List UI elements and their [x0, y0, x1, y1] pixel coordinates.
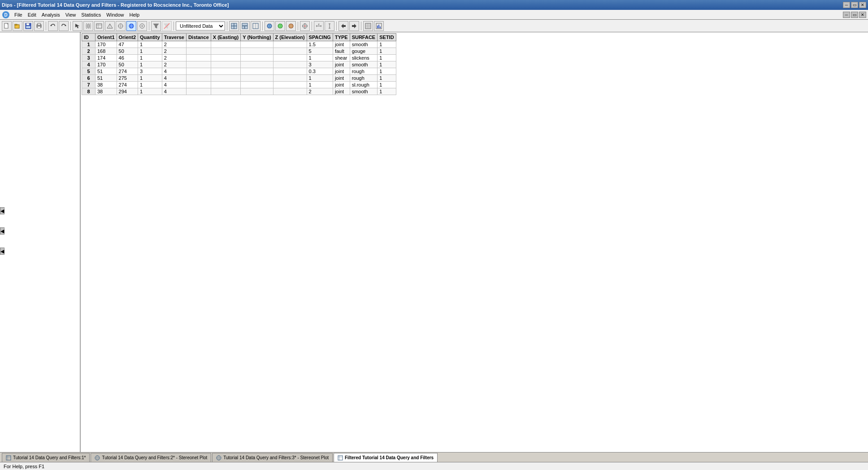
collapse-handle-1[interactable]: ◀	[0, 207, 4, 214]
table-row[interactable]: 417050123jointsmooth1	[82, 61, 396, 68]
table-row[interactable]: 651275141jointrough1	[82, 75, 396, 82]
target-button[interactable]	[300, 21, 310, 31]
table-cell-6-0[interactable]: 7	[82, 82, 95, 88]
table-cell-4-0[interactable]: 5	[82, 68, 95, 75]
table-cell-3-4[interactable]: 2	[162, 61, 186, 68]
tab-3[interactable]: Filtered Tutorial 14 Data Query and Filt…	[334, 453, 438, 462]
table-cell-5-5[interactable]	[186, 75, 211, 82]
col-header-distance[interactable]: Distance	[186, 34, 211, 41]
table-cell-1-0[interactable]: 2	[82, 48, 95, 55]
table-cell-2-1[interactable]: 174	[95, 55, 117, 61]
measure-button-2[interactable]	[325, 21, 334, 31]
table-cell-4-1[interactable]: 51	[95, 68, 117, 75]
undo-button[interactable]	[48, 21, 58, 31]
table-cell-7-3[interactable]: 1	[138, 88, 162, 95]
print-button[interactable]	[34, 21, 44, 31]
table-row[interactable]: 551274340.3jointrough1	[82, 68, 396, 75]
arrow-button-1[interactable]	[339, 21, 348, 31]
table-cell-0-11[interactable]: smooth	[350, 41, 378, 48]
table-cell-4-2[interactable]: 274	[117, 68, 138, 75]
table-row[interactable]: 317446121shearslickens1	[82, 55, 396, 61]
table-cell-0-8[interactable]	[273, 41, 307, 48]
layout-button[interactable]	[251, 21, 260, 31]
table-cell-7-11[interactable]: smooth	[350, 88, 378, 95]
table-cell-1-11[interactable]: gouge	[350, 48, 378, 55]
table-cell-0-0[interactable]: 1	[82, 41, 95, 48]
data-filter-dropdown[interactable]: Unfiltered Data	[176, 22, 225, 30]
tool-button-6[interactable]	[137, 21, 147, 31]
tab-1[interactable]: Tutorial 14 Data Query and Filters:2* - …	[91, 453, 211, 462]
table-cell-5-11[interactable]: rough	[350, 75, 378, 82]
grid-button[interactable]	[363, 21, 373, 31]
col-header-spacing[interactable]: SPACING	[307, 34, 333, 41]
open-button[interactable]	[13, 21, 22, 31]
table-cell-1-8[interactable]	[273, 48, 307, 55]
col-header-type[interactable]: TYPE	[333, 34, 350, 41]
table-cell-5-2[interactable]: 275	[117, 75, 138, 82]
table-cell-6-8[interactable]	[273, 82, 307, 88]
table-cell-7-10[interactable]: joint	[333, 88, 350, 95]
table-cell-6-10[interactable]: joint	[333, 82, 350, 88]
table-cell-0-12[interactable]: 1	[378, 41, 396, 48]
table-cell-1-9[interactable]: 5	[307, 48, 333, 55]
table-cell-3-11[interactable]: smooth	[350, 61, 378, 68]
table-cell-3-6[interactable]	[211, 61, 240, 68]
collapse-handle-3[interactable]: ◀	[0, 248, 4, 255]
table-row[interactable]: 216850125faultgouge1	[82, 48, 396, 55]
table-cell-1-4[interactable]: 2	[162, 48, 186, 55]
menu-window[interactable]: Window	[104, 11, 126, 18]
table-cell-7-6[interactable]	[211, 88, 240, 95]
table-cell-6-6[interactable]	[211, 82, 240, 88]
menu-edit[interactable]: Edit	[25, 11, 39, 18]
table-cell-0-1[interactable]: 170	[95, 41, 117, 48]
arrow-button-2[interactable]	[349, 21, 359, 31]
tool-button-3[interactable]	[105, 21, 115, 31]
tab-0[interactable]: Tutorial 14 Data Query and Filters:1*	[2, 453, 90, 462]
table-cell-7-8[interactable]	[273, 88, 307, 95]
inner-minimize-button[interactable]: ─	[843, 12, 850, 18]
table-cell-1-3[interactable]: 1	[138, 48, 162, 55]
table-cell-2-9[interactable]: 1	[307, 55, 333, 61]
table-cell-4-3[interactable]: 3	[138, 68, 162, 75]
table-cell-4-11[interactable]: rough	[350, 68, 378, 75]
stereonet-button-1[interactable]	[229, 21, 239, 31]
table-cell-3-10[interactable]: joint	[333, 61, 350, 68]
table-cell-4-7[interactable]	[241, 68, 273, 75]
table-cell-1-12[interactable]: 1	[378, 48, 396, 55]
table-cell-7-12[interactable]: 1	[378, 88, 396, 95]
table-cell-4-10[interactable]: joint	[333, 68, 350, 75]
table-cell-2-10[interactable]: shear	[333, 55, 350, 61]
table-cell-4-5[interactable]	[186, 68, 211, 75]
table-cell-5-3[interactable]: 1	[138, 75, 162, 82]
table-cell-1-5[interactable]	[186, 48, 211, 55]
table-cell-7-4[interactable]: 4	[162, 88, 186, 95]
table-cell-6-3[interactable]: 1	[138, 82, 162, 88]
table-cell-2-3[interactable]: 1	[138, 55, 162, 61]
table-cell-4-8[interactable]	[273, 68, 307, 75]
table-cell-4-6[interactable]	[211, 68, 240, 75]
table-cell-5-8[interactable]	[273, 75, 307, 82]
new-button[interactable]	[2, 21, 12, 31]
table-cell-6-5[interactable]	[186, 82, 211, 88]
table-cell-3-8[interactable]	[273, 61, 307, 68]
col-header-orient1[interactable]: Orient1	[95, 34, 117, 41]
menu-file[interactable]: File	[12, 11, 25, 18]
table-cell-2-6[interactable]	[211, 55, 240, 61]
chart-button[interactable]	[374, 21, 384, 31]
table-cell-6-1[interactable]: 38	[95, 82, 117, 88]
table-cell-3-3[interactable]: 1	[138, 61, 162, 68]
globe-button-1[interactable]	[265, 21, 274, 31]
table-cell-6-7[interactable]	[241, 82, 273, 88]
table-cell-3-9[interactable]: 3	[307, 61, 333, 68]
table-cell-6-2[interactable]: 274	[117, 82, 138, 88]
menu-analysis[interactable]: Analysis	[39, 11, 63, 18]
menu-view[interactable]: View	[63, 11, 79, 18]
col-header-setid[interactable]: SETID	[378, 34, 396, 41]
tab-2[interactable]: Tutorial 14 Data Query and Filters:3* - …	[212, 453, 333, 462]
table-cell-3-12[interactable]: 1	[378, 61, 396, 68]
table-cell-6-11[interactable]: sl.rough	[350, 82, 378, 88]
table-cell-2-8[interactable]	[273, 55, 307, 61]
table-cell-0-10[interactable]: joint	[333, 41, 350, 48]
globe-button-3[interactable]	[286, 21, 296, 31]
menu-statistics[interactable]: Statistics	[78, 11, 104, 18]
